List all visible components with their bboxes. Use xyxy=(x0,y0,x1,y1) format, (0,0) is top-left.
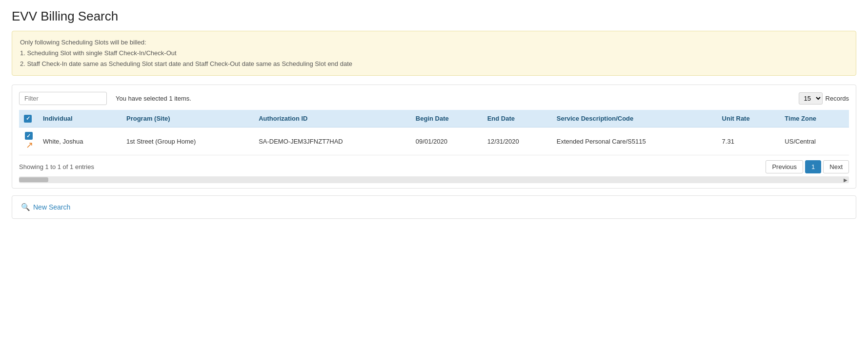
table-section: You have selected 1 items. 15 25 50 Reco… xyxy=(12,85,856,189)
row-time-zone: US/Central xyxy=(780,127,849,155)
col-unit-rate: Unit Rate xyxy=(717,110,780,127)
new-search-section: 🔍 New Search xyxy=(12,195,856,219)
previous-button[interactable]: Previous xyxy=(766,160,803,173)
selected-message: You have selected 1 items. xyxy=(116,95,191,102)
row-checkbox[interactable] xyxy=(25,132,33,140)
info-line-2: 1. Scheduling Slot with single Staff Che… xyxy=(20,49,177,57)
page-1-button[interactable]: 1 xyxy=(805,160,821,173)
col-begin-date: Begin Date xyxy=(411,110,483,127)
col-service-description: Service Description/Code xyxy=(552,110,717,127)
col-authorization-id: Authorization ID xyxy=(254,110,411,127)
horizontal-scrollbar[interactable]: ◀ ▶ xyxy=(19,176,849,183)
header-checkbox[interactable] xyxy=(24,115,32,123)
records-select[interactable]: 15 25 50 xyxy=(799,92,823,105)
table-header-row: Individual Program (Site) Authorization … xyxy=(19,110,849,127)
info-line-3: 2. Staff Check-In date same as Schedulin… xyxy=(20,60,352,67)
info-line-1: Only following Scheduling Slots will be … xyxy=(20,39,146,46)
data-table: Individual Program (Site) Authorization … xyxy=(19,110,849,155)
col-time-zone: Time Zone xyxy=(780,110,849,127)
new-search-label: New Search xyxy=(33,203,70,211)
row-arrow-icon: ↗ xyxy=(26,140,33,150)
new-search-link[interactable]: 🔍 New Search xyxy=(21,203,70,212)
row-end-date: 12/31/2020 xyxy=(483,127,552,155)
records-control: 15 25 50 Records xyxy=(799,92,849,105)
info-box: Only following Scheduling Slots will be … xyxy=(12,31,856,76)
showing-entries: Showing 1 to 1 of 1 entries xyxy=(19,163,94,170)
scrollbar-right-arrow[interactable]: ▶ xyxy=(842,176,849,183)
col-end-date: End Date xyxy=(483,110,552,127)
row-individual: White, Joshua xyxy=(38,127,121,155)
row-program-site: 1st Street (Group Home) xyxy=(121,127,254,155)
next-button[interactable]: Next xyxy=(823,160,849,173)
header-checkbox-cell[interactable] xyxy=(19,110,38,127)
col-program-site: Program (Site) xyxy=(121,110,254,127)
records-label: Records xyxy=(826,95,849,102)
top-controls-left: You have selected 1 items. xyxy=(19,92,191,105)
table-row: ↗ White, Joshua 1st Street (Group Home) … xyxy=(19,127,849,155)
search-icon: 🔍 xyxy=(21,203,30,212)
row-service-description: Extended Personal Care/S5115 xyxy=(552,127,717,155)
table-footer: Showing 1 to 1 of 1 entries Previous 1 N… xyxy=(19,160,849,173)
col-individual: Individual xyxy=(38,110,121,127)
row-begin-date: 09/01/2020 xyxy=(411,127,483,155)
page-title: EVV Billing Search xyxy=(12,9,856,24)
scrollbar-thumb[interactable] xyxy=(19,177,48,182)
row-checkbox-cell[interactable]: ↗ xyxy=(19,127,38,155)
row-unit-rate: 7.31 xyxy=(717,127,780,155)
filter-input[interactable] xyxy=(19,92,107,105)
table-controls-top: You have selected 1 items. 15 25 50 Reco… xyxy=(19,92,849,105)
pagination: Previous 1 Next xyxy=(766,160,849,173)
row-authorization-id: SA-DEMO-JEM3JFNZT7HAD xyxy=(254,127,411,155)
